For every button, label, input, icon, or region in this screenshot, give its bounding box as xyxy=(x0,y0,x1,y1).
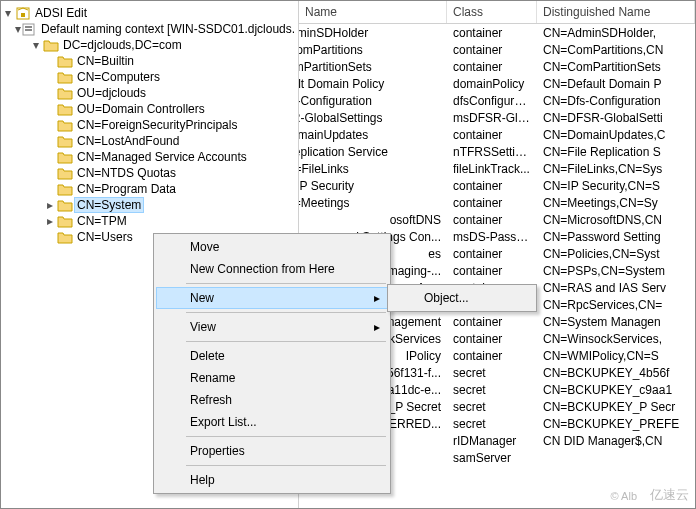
folder-icon xyxy=(57,213,73,229)
tree-node-label: CN=TPM xyxy=(75,214,129,228)
folder-icon xyxy=(43,37,59,53)
menu-item[interactable]: View▸ xyxy=(156,316,388,338)
tree-node[interactable]: OU=Domain Controllers xyxy=(1,101,298,117)
cell-dn: CN=Dfs-Configuration xyxy=(537,94,695,108)
watermark: 亿速云 xyxy=(650,486,689,504)
list-row[interactable]: CN=MeetingscontainerCN=Meetings,CN=Sy xyxy=(299,194,695,211)
list-row[interactable]: CN=DomainUpdatescontainerCN=DomainUpdate… xyxy=(299,126,695,143)
cell-dn: CN=Policies,CN=Syst xyxy=(537,247,695,261)
expander-icon[interactable]: ▾ xyxy=(29,38,43,52)
menu-item[interactable]: New▸Object... xyxy=(156,287,388,309)
tree-node-label: CN=Managed Service Accounts xyxy=(75,150,249,164)
menu-item[interactable]: New Connection from Here xyxy=(156,258,388,280)
tree-node[interactable]: ▸CN=TPM xyxy=(1,213,298,229)
cell-name: CN=File Replication Service xyxy=(299,144,447,160)
cell-dn: CN=WinsockServices, xyxy=(537,332,695,346)
submenu-arrow-icon: ▸ xyxy=(374,291,380,305)
expander-icon[interactable]: ▸ xyxy=(43,214,57,228)
cell-class: rIDManager xyxy=(447,434,537,448)
folder-icon: CN=ComPartitionSets xyxy=(305,59,321,75)
cell-dn: CN=IP Security,CN=S xyxy=(537,179,695,193)
folder-icon: CN=DomainUpdates xyxy=(305,127,321,143)
list-row[interactable]: CN=IP SecuritycontainerCN=IP Security,CN… xyxy=(299,177,695,194)
menu-item[interactable]: Refresh xyxy=(156,389,388,411)
cell-name: CN=Dfs-Configuration xyxy=(299,93,447,109)
menu-separator xyxy=(186,465,386,466)
cell-class: nTFRSSettings xyxy=(447,145,537,159)
cell-dn: CN=ComPartitions,CN xyxy=(537,43,695,57)
cell-dn: CN=Password Setting xyxy=(537,230,695,244)
cell-class: secret xyxy=(447,400,537,414)
tree-node[interactable]: CN=Managed Service Accounts xyxy=(1,149,298,165)
tree-dc[interactable]: ▾ DC=djclouds,DC=com xyxy=(1,37,298,53)
cell-class: fileLinkTrack... xyxy=(447,162,537,176)
cell-class: container xyxy=(447,196,537,210)
list-row[interactable]: CN=Default Domain PolicydomainPolicyCN=D… xyxy=(299,75,695,92)
cell-class: container xyxy=(447,60,537,74)
menu-item[interactable]: Object... xyxy=(390,287,534,309)
menu-separator xyxy=(186,436,386,437)
folder-icon: CN=DFSR-GlobalSettings xyxy=(305,110,321,126)
column-class[interactable]: Class xyxy=(447,1,537,23)
cell-name: CN=DFSR-GlobalSettings xyxy=(299,110,447,126)
tree-node[interactable]: OU=djclouds xyxy=(1,85,298,101)
tree-node[interactable]: CN=Builtin xyxy=(1,53,298,69)
menu-item[interactable]: Rename xyxy=(156,367,388,389)
cell-dn: CN=ComPartitionSets xyxy=(537,60,695,74)
list-row[interactable]: CN=DFSR-GlobalSettingsmsDFSR-Glo...CN=DF… xyxy=(299,109,695,126)
cell-class: container xyxy=(447,26,537,40)
tree-node[interactable]: CN=LostAndFound xyxy=(1,133,298,149)
tree-node[interactable]: CN=Computers xyxy=(1,69,298,85)
cell-class: secret xyxy=(447,366,537,380)
tree-node[interactable]: CN=NTDS Quotas xyxy=(1,165,298,181)
cell-class: secret xyxy=(447,417,537,431)
cell-name: CN=Default Domain Policy xyxy=(299,76,447,92)
tree-node[interactable]: CN=ForeignSecurityPrincipals xyxy=(1,117,298,133)
list-row[interactable]: CN=AdminSDHoldercontainerCN=AdminSDHolde… xyxy=(299,24,695,41)
list-row[interactable]: osoftDNScontainerCN=MicrosoftDNS,CN xyxy=(299,211,695,228)
column-name[interactable]: Name xyxy=(299,1,447,23)
cell-class: msDS-Passw... xyxy=(447,230,537,244)
folder-icon xyxy=(57,69,73,85)
tree-root[interactable]: ▾ ADSI Edit xyxy=(1,5,298,21)
list-row[interactable]: CN=ComPartitionscontainerCN=ComPartition… xyxy=(299,41,695,58)
folder-icon: CN=Meetings xyxy=(305,195,321,211)
cell-dn: CN=RpcServices,CN= xyxy=(537,298,695,312)
tree-node-label: CN=ForeignSecurityPrincipals xyxy=(75,118,239,132)
cell-class: container xyxy=(447,332,537,346)
folder-icon: CN=FileLinks xyxy=(305,161,321,177)
list-row[interactable]: CN=ComPartitionSetscontainerCN=ComPartit… xyxy=(299,58,695,75)
list-row[interactable]: CN=Dfs-ConfigurationdfsConfigurati...CN=… xyxy=(299,92,695,109)
menu-item[interactable]: Properties xyxy=(156,440,388,462)
list-row[interactable]: CN=File Replication ServicenTFRSSettings… xyxy=(299,143,695,160)
menu-item[interactable]: Export List... xyxy=(156,411,388,433)
cell-class: samServer xyxy=(447,451,537,465)
menu-item[interactable]: Delete xyxy=(156,345,388,367)
cell-class: container xyxy=(447,315,537,329)
folder-icon xyxy=(57,85,73,101)
tree-dc-label: DC=djclouds,DC=com xyxy=(61,38,184,52)
tree-node[interactable]: CN=Program Data xyxy=(1,181,298,197)
svg-rect-3 xyxy=(25,26,32,28)
folder-icon: CN=Default Domain Policy xyxy=(305,76,321,92)
cell-name: CN=Meetings xyxy=(299,195,447,211)
cell-dn: CN=AdminSDHolder, xyxy=(537,26,695,40)
tree-naming-context[interactable]: ▾ Default naming context [WIN-SSDC01.djc… xyxy=(1,21,298,37)
folder-icon: CN=File Replication Service xyxy=(305,144,321,160)
folder-icon xyxy=(57,181,73,197)
tree-node-label: CN=Program Data xyxy=(75,182,178,196)
column-dn[interactable]: Distinguished Name xyxy=(537,1,695,23)
expander-icon[interactable]: ▾ xyxy=(1,6,15,20)
expander-icon[interactable]: ▸ xyxy=(43,198,57,212)
folder-icon xyxy=(57,133,73,149)
list-row[interactable]: CN=FileLinksfileLinkTrack...CN=FileLinks… xyxy=(299,160,695,177)
cell-dn: CN=Default Domain P xyxy=(537,77,695,91)
cell-name: CN=FileLinks xyxy=(299,161,447,177)
tree-node-label: CN=Builtin xyxy=(75,54,136,68)
tree-node-label: CN=System xyxy=(75,198,143,212)
menu-item[interactable]: Help xyxy=(156,469,388,491)
menu-item[interactable]: Move xyxy=(156,236,388,258)
cell-class: secret xyxy=(447,383,537,397)
tree-node[interactable]: ▸CN=System xyxy=(1,197,298,213)
cell-name: CN=IP Security xyxy=(299,178,447,194)
